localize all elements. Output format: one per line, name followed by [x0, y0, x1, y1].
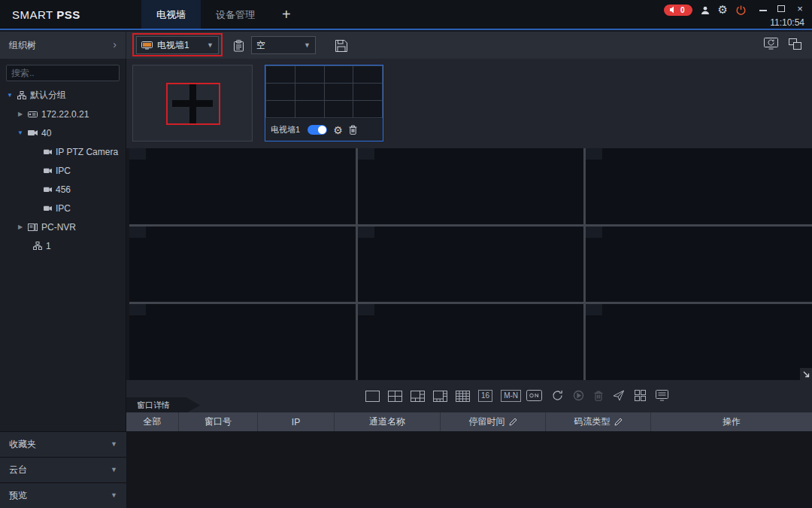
videowall-cell[interactable]: [129, 304, 356, 380]
plan-icon-button[interactable]: [230, 38, 247, 54]
col-ip: IP: [258, 412, 335, 431]
chevron-down-icon: ▼: [207, 41, 214, 49]
videowall-cell[interactable]: [586, 148, 812, 224]
split-16-icon[interactable]: [456, 391, 470, 402]
col-all[interactable]: 全部: [126, 412, 179, 431]
search-input[interactable]: [7, 68, 132, 78]
search-box: [6, 65, 120, 81]
tree-item-group-1[interactable]: 1: [0, 236, 126, 255]
wall-enable-toggle[interactable]: [308, 125, 327, 135]
tab-tv-wall[interactable]: 电视墙: [141, 0, 201, 30]
panel-label: 云台: [9, 458, 27, 482]
resize-handle-icon[interactable]: [800, 368, 812, 380]
replay-icon-disabled[interactable]: [573, 390, 584, 401]
screen-grid-icon[interactable]: [635, 390, 646, 401]
chevron-expanded-icon[interactable]: ▼: [6, 92, 14, 99]
videowall-cell[interactable]: [586, 227, 812, 303]
chevron-expanded-icon[interactable]: ▼: [17, 129, 24, 136]
add-wall-card[interactable]: [132, 65, 253, 141]
titlebar: SMART PSS 电视墙 设备管理 + 0 ⚙ × 11:10:54: [0, 0, 812, 30]
cell-corner-marker: [358, 304, 374, 315]
split-mn-button[interactable]: M-N: [501, 390, 521, 402]
screen-output-icon[interactable]: [656, 390, 668, 401]
clock: 11:10:54: [770, 17, 804, 28]
plus-icon: [172, 83, 213, 123]
network-status-icon[interactable]: [736, 5, 746, 15]
split-8-icon[interactable]: [433, 391, 447, 402]
tree-item-pc-nvr[interactable]: ▶ PC-NVR: [0, 217, 126, 236]
window-layout-icon[interactable]: [789, 38, 801, 52]
tree-item-device-40[interactable]: ▼ 40: [0, 123, 126, 142]
videowall-cell[interactable]: [358, 304, 584, 380]
videowall-cell[interactable]: [586, 304, 812, 380]
chevron-collapsed-icon[interactable]: ▶: [17, 111, 24, 117]
panel-preview[interactable]: 预览 ▼: [0, 482, 126, 508]
chevron-down-icon: ▼: [304, 41, 311, 49]
videowall-grid: [129, 148, 812, 380]
panel-ptz[interactable]: 云台 ▼: [0, 457, 126, 482]
tour-rotate-icon[interactable]: [552, 390, 563, 401]
wall-select-dropdown[interactable]: 电视墙1 ▼: [136, 36, 219, 54]
videowall-cell[interactable]: [129, 148, 356, 224]
pencil-icon[interactable]: [509, 418, 517, 426]
add-tab-button[interactable]: +: [270, 0, 303, 30]
wall-card-selected[interactable]: 电视墙1 ⚙: [265, 65, 383, 141]
wall-cards-row: 电视墙1 ⚙: [126, 59, 812, 148]
split-16-label-button[interactable]: 16: [478, 390, 492, 402]
logo-pss: PSS: [56, 8, 80, 21]
decode-on-icon[interactable]: [526, 390, 542, 401]
wall-preview-grid: [265, 65, 383, 118]
panel-label: 预览: [9, 483, 27, 508]
window-detail-tab[interactable]: 窗口详情: [126, 397, 200, 413]
videowall-cell[interactable]: [358, 148, 584, 224]
wall-delete-trash-icon[interactable]: [349, 125, 357, 135]
split-4-icon[interactable]: [388, 391, 402, 402]
tv-icon: [141, 41, 153, 50]
chevron-collapsed-icon[interactable]: ▶: [17, 224, 24, 230]
wall-config-gear-icon[interactable]: ⚙: [333, 125, 343, 135]
minimize-button[interactable]: [759, 6, 767, 11]
tree-item-label: 40: [41, 128, 51, 138]
tree-item-device-172[interactable]: ▶ 172.22.0.21: [0, 105, 126, 123]
chevron-down-icon: ▼: [111, 432, 117, 457]
tab-device-manager[interactable]: 设备管理: [201, 0, 270, 30]
screen-sync-icon[interactable]: [764, 38, 778, 52]
close-button[interactable]: ×: [795, 4, 804, 13]
save-button[interactable]: [332, 37, 351, 55]
send-to-wall-icon[interactable]: [613, 390, 625, 401]
panel-favorites[interactable]: 收藏夹 ▼: [0, 431, 126, 457]
split-6-icon[interactable]: [411, 391, 425, 402]
tree-item-label: 456: [56, 184, 71, 195]
split-toolbar: 窗口详情 16 M-N: [126, 380, 812, 412]
device-tree: ▼ 默认分组 ▶ 172.22.0.21 ▼ 40 IP PTZ Camera …: [0, 86, 126, 255]
videowall-cell[interactable]: [129, 227, 356, 303]
channel-camera-icon: [44, 168, 52, 174]
sidebar-header-title: 组织树: [9, 32, 36, 59]
detail-table-header: 全部 窗口号 IP 通道名称 停留时间 码流类型 操作: [126, 412, 812, 431]
sidebar-bottom-panels: 收藏夹 ▼ 云台 ▼ 预览 ▼: [0, 431, 126, 508]
split-1-icon[interactable]: [365, 391, 380, 402]
tree-item-channel-ipptz[interactable]: IP PTZ Camera: [0, 142, 126, 161]
sidebar-collapse-icon[interactable]: ›: [113, 32, 117, 57]
tree-item-default-group[interactable]: ▼ 默认分组: [0, 86, 126, 105]
gear-icon[interactable]: ⚙: [718, 5, 728, 16]
tree-item-label: 172.22.0.21: [41, 109, 89, 120]
tree-item-channel-ipc2[interactable]: IPC: [0, 199, 126, 217]
tree-item-channel-ipc1[interactable]: IPC: [0, 161, 126, 180]
plan-select-value: 空: [256, 39, 265, 52]
tree-item-channel-456[interactable]: 456: [0, 180, 126, 199]
trash-icon-disabled[interactable]: [594, 391, 603, 401]
sidebar: ▼ 默认分组 ▶ 172.22.0.21 ▼ 40 IP PTZ Camera …: [0, 59, 126, 508]
chevron-down-icon: ▼: [111, 483, 117, 508]
alarm-count: 0: [680, 6, 685, 14]
smartpss-window: SMART PSS 电视墙 设备管理 + 0 ⚙ × 11:10:54 组织树 …: [0, 0, 812, 508]
cell-corner-marker: [358, 227, 374, 238]
videowall-cell[interactable]: [358, 227, 584, 303]
alarm-badge[interactable]: 0: [664, 5, 692, 16]
col-operation: 操作: [651, 412, 812, 431]
pencil-icon[interactable]: [614, 418, 623, 426]
group-icon: [33, 242, 42, 250]
plan-select-dropdown[interactable]: 空 ▼: [251, 36, 316, 54]
maximize-button[interactable]: [777, 5, 785, 12]
user-icon[interactable]: [701, 6, 710, 15]
